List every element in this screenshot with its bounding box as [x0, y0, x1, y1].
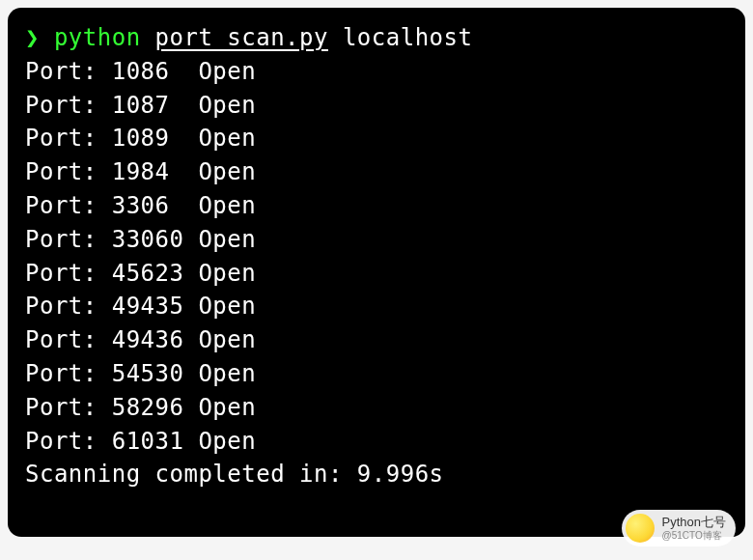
watermark-title: Python七号: [662, 516, 726, 529]
script-filename: port_scan.py: [155, 21, 328, 55]
terminal-window[interactable]: ❯ python port_scan.py localhost Port: 10…: [8, 8, 745, 537]
port-result-line: Port: 49436 Open: [25, 323, 728, 357]
port-result-line: Port: 1984 Open: [25, 155, 728, 189]
command-argument: localhost: [343, 21, 473, 55]
command-prompt-line: ❯ python port_scan.py localhost: [25, 21, 728, 55]
port-result-line: Port: 3306 Open: [25, 189, 728, 223]
command-name: python: [54, 21, 141, 55]
port-result-line: Port: 45623 Open: [25, 257, 728, 291]
watermark-subtitle: @51CTO博客: [662, 530, 726, 541]
port-result-line: Port: 1086 Open: [25, 55, 728, 89]
port-result-line: Port: 1089 Open: [25, 122, 728, 155]
watermark-icon: [626, 514, 655, 543]
port-result-line: Port: 1087 Open: [25, 89, 728, 123]
terminal-output: Port: 1086 OpenPort: 1087 OpenPort: 1089…: [25, 55, 728, 459]
port-result-line: Port: 49435 Open: [25, 290, 728, 323]
port-result-line: Port: 33060 Open: [25, 223, 728, 257]
prompt-symbol: ❯: [25, 21, 40, 55]
port-result-line: Port: 61031 Open: [25, 425, 728, 459]
watermark-badge: Python七号 @51CTO博客: [622, 510, 736, 546]
port-result-line: Port: 54530 Open: [25, 357, 728, 391]
port-result-line: Port: 58296 Open: [25, 391, 728, 425]
watermark-text: Python七号 @51CTO博客: [662, 516, 726, 540]
scan-summary-line: Scanning completed in: 9.996s: [25, 458, 728, 491]
